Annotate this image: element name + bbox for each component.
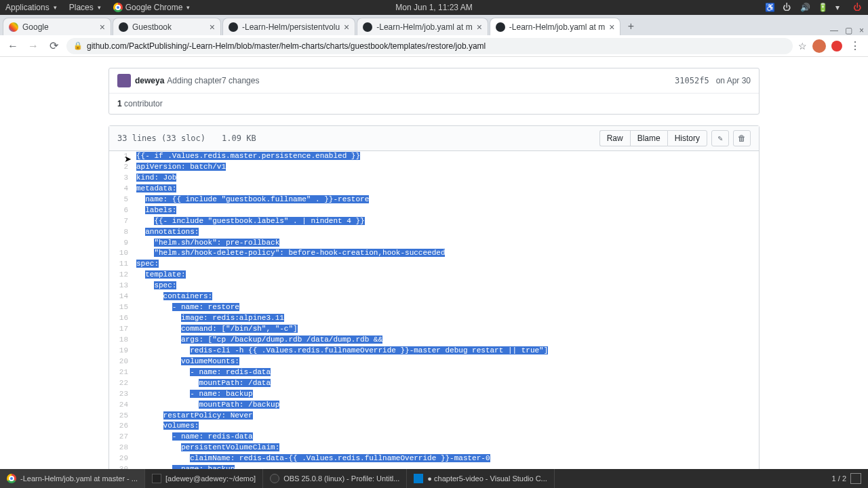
line-number[interactable]: 14: [109, 291, 134, 302]
line-number[interactable]: 24: [109, 400, 134, 411]
volume-icon[interactable]: 🔊: [800, 3, 810, 12]
code-line[interactable]: image: redis:alpine3.11: [134, 313, 759, 324]
commit-author[interactable]: deweya: [135, 76, 164, 85]
browser-tab[interactable]: -Learn-Helm/persistentvolu ×: [222, 18, 355, 35]
line-number[interactable]: 9: [109, 238, 134, 249]
code-line[interactable]: annotations:: [134, 227, 759, 238]
code-line[interactable]: template:: [134, 270, 759, 281]
new-tab-button[interactable]: +: [622, 18, 639, 35]
chrome-menu[interactable]: Google Chrome▾: [113, 3, 191, 12]
code-line[interactable]: mountPath: /backup: [134, 400, 759, 411]
window-close[interactable]: ×: [859, 26, 864, 35]
line-number[interactable]: 3: [109, 173, 134, 184]
delete-icon[interactable]: 🗑: [733, 130, 751, 146]
code-line[interactable]: containers:: [134, 291, 759, 302]
workspace-switcher[interactable]: 1 / 2: [825, 473, 868, 484]
code-table[interactable]: 1{{- if .Values.redis.master.persistence…: [109, 151, 759, 469]
taskbar-item[interactable]: ● chapter5-video - Visual Studio C...: [407, 469, 554, 488]
reload-button[interactable]: ⟳: [46, 39, 61, 54]
line-number[interactable]: 28: [109, 443, 134, 453]
line-number[interactable]: 23: [109, 389, 134, 400]
code-line[interactable]: args: ["cp /backup/dump.rdb /data/dump.r…: [134, 335, 759, 346]
close-icon[interactable]: ×: [210, 22, 215, 33]
browser-tab[interactable]: Guestbook ×: [113, 18, 221, 35]
code-line[interactable]: - name: restore: [134, 302, 759, 313]
line-number[interactable]: 20: [109, 357, 134, 367]
address-bar[interactable]: 🔒 github.com/PacktPublishing/-Learn-Helm…: [66, 38, 793, 54]
code-line[interactable]: mountPath: /data: [134, 378, 759, 389]
code-line[interactable]: spec:: [134, 259, 759, 270]
line-number[interactable]: 5: [109, 195, 134, 205]
line-number[interactable]: 2: [109, 162, 134, 173]
bookmark-star-icon[interactable]: ☆: [798, 41, 807, 52]
line-number[interactable]: 17: [109, 324, 134, 335]
browser-tab[interactable]: -Learn-Helm/job.yaml at m ×: [357, 18, 488, 35]
applications-menu[interactable]: Applications▾: [5, 3, 57, 12]
places-menu[interactable]: Places▾: [69, 3, 101, 12]
code-line[interactable]: - name: backup: [134, 389, 759, 400]
line-number[interactable]: 16: [109, 313, 134, 324]
profile-avatar[interactable]: [812, 39, 826, 53]
commit-sha[interactable]: 31052f5: [675, 76, 709, 85]
user-icon[interactable]: ▾: [835, 3, 845, 12]
code-line[interactable]: redis-cli -h {{ .Values.redis.fullnameOv…: [134, 346, 759, 357]
blame-button[interactable]: Blame: [630, 130, 667, 146]
line-number[interactable]: 30: [109, 464, 134, 469]
code-line[interactable]: - name: backup: [134, 464, 759, 469]
browser-tab-active[interactable]: -Learn-Helm/job.yaml at m ×: [490, 18, 621, 35]
close-icon[interactable]: ×: [477, 22, 482, 33]
back-button[interactable]: ←: [5, 39, 20, 54]
code-line[interactable]: volumes:: [134, 421, 759, 432]
line-number[interactable]: 21: [109, 367, 134, 378]
commit-message[interactable]: Adding chapter7 changes: [167, 76, 259, 85]
line-number[interactable]: 6: [109, 205, 134, 216]
line-number[interactable]: 1: [109, 151, 134, 162]
taskbar-item[interactable]: [adewey@adewey:~/demo]: [145, 469, 263, 488]
line-number[interactable]: 25: [109, 411, 134, 422]
code-line[interactable]: name: {{ include "guestbook.fullname" . …: [134, 195, 759, 205]
power-icon[interactable]: ⏻: [853, 3, 863, 12]
code-line[interactable]: volumeMounts:: [134, 357, 759, 367]
battery-icon[interactable]: 🔋: [818, 3, 827, 12]
close-icon[interactable]: ×: [609, 22, 614, 33]
browser-tab[interactable]: Google ×: [3, 18, 111, 35]
code-line[interactable]: apiVersion: batch/v1: [134, 162, 759, 173]
line-number[interactable]: 13: [109, 281, 134, 291]
close-icon[interactable]: ×: [100, 22, 105, 33]
taskbar-item[interactable]: OBS 25.0.8 (linux) - Profile: Untitl...: [263, 469, 407, 488]
line-number[interactable]: 27: [109, 432, 134, 443]
window-maximize[interactable]: ▢: [845, 26, 852, 35]
accessibility-icon[interactable]: ♿: [765, 3, 774, 12]
forward-button[interactable]: →: [26, 39, 41, 54]
line-number[interactable]: 11: [109, 259, 134, 270]
window-minimize[interactable]: —: [830, 26, 838, 35]
line-number[interactable]: 4: [109, 184, 134, 195]
line-number[interactable]: 19: [109, 346, 134, 357]
code-line[interactable]: restartPolicy: Never: [134, 411, 759, 422]
code-line[interactable]: - name: redis-data: [134, 367, 759, 378]
code-line[interactable]: "helm.sh/hook": pre-rollback: [134, 238, 759, 249]
code-line[interactable]: kind: Job: [134, 173, 759, 184]
code-line[interactable]: spec:: [134, 281, 759, 291]
line-number[interactable]: 22: [109, 378, 134, 389]
code-line[interactable]: claimName: redis-data-{{ .Values.redis.f…: [134, 453, 759, 464]
code-line[interactable]: {{- if .Values.redis.master.persistence.…: [134, 151, 759, 162]
line-number[interactable]: 8: [109, 227, 134, 238]
code-line[interactable]: "helm.sh/hook-delete-policy": before-hoo…: [134, 248, 759, 259]
close-icon[interactable]: ×: [344, 22, 349, 33]
line-number[interactable]: 29: [109, 453, 134, 464]
line-number[interactable]: 12: [109, 270, 134, 281]
line-number[interactable]: 15: [109, 302, 134, 313]
code-line[interactable]: - name: redis-data: [134, 432, 759, 443]
code-line[interactable]: {{- include "guestbook.labels" . | ninde…: [134, 216, 759, 227]
code-line[interactable]: command: ["/bin/sh", "-c"]: [134, 324, 759, 335]
code-line[interactable]: metadata:: [134, 184, 759, 195]
extension-icon[interactable]: [831, 41, 842, 52]
contributors-row[interactable]: 1 contributor: [109, 94, 759, 114]
history-button[interactable]: History: [667, 130, 707, 146]
line-number[interactable]: 7: [109, 216, 134, 227]
taskbar-item[interactable]: -Learn-Helm/job.yaml at master - ...: [0, 469, 145, 488]
line-number[interactable]: 26: [109, 421, 134, 432]
browser-menu[interactable]: ⋮: [848, 39, 863, 54]
edit-icon[interactable]: ✎: [711, 130, 729, 146]
